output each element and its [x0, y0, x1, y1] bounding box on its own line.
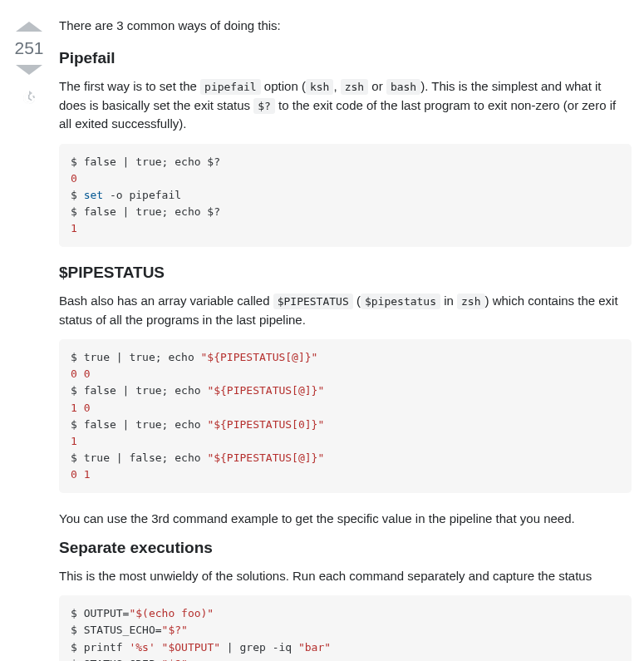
heading-pipefail: Pipefail — [59, 49, 632, 67]
code-string: "${PIPESTATUS[@]}" — [207, 384, 324, 397]
code-line: $ false | true; echo — [71, 384, 207, 397]
code-string: "${PIPESTATUS[@]}" — [207, 451, 324, 464]
code-line: $ true | true; echo — [71, 351, 201, 363]
code-string: '%s' — [129, 641, 155, 654]
code-string: "$(echo foo)" — [129, 607, 214, 619]
code-line: | grep -iq — [220, 641, 298, 654]
code-inline: pipefail — [200, 79, 261, 95]
code-string: "$OUTPUT" — [162, 641, 220, 654]
heading-pipestatus: $PIPESTATUS — [59, 264, 632, 282]
code-string: "${PIPESTATUS[@]}" — [201, 351, 318, 363]
text: The first way is to set the — [59, 79, 200, 93]
code-line: 1 — [71, 222, 77, 234]
answer-body: There are 3 common ways of doing this: P… — [59, 17, 632, 661]
code-line: 0 0 — [71, 367, 90, 380]
code-line: $ printf — [71, 641, 129, 654]
code-line: $ false | true; echo — [71, 418, 207, 431]
code-inline: bash — [386, 79, 420, 95]
upvote-button[interactable] — [16, 22, 42, 32]
code-line: 1 — [71, 435, 77, 447]
code-inline: $? — [253, 98, 275, 114]
text: or — [368, 79, 386, 93]
code-line: 0 — [71, 172, 77, 185]
answer-container: 251 There are 3 common ways of doing thi… — [12, 17, 632, 661]
code-line: $ STATUS_GREP= — [71, 658, 162, 661]
code-line — [155, 641, 162, 654]
text: option ( — [261, 79, 306, 93]
intro-text: There are 3 common ways of doing this: — [59, 17, 632, 34]
code-string: "bar" — [298, 641, 331, 654]
pipestatus-paragraph: Bash also has an array variable called $… — [59, 292, 632, 329]
code-block-pipestatus: $ true | true; echo "${PIPESTATUS[@]}" 0… — [59, 339, 632, 493]
code-line: $ false | true; echo $? — [71, 155, 220, 168]
text: Bash also has an array variable called — [59, 294, 273, 308]
downvote-button[interactable] — [16, 65, 42, 75]
code-block-pipefail: $ false | true; echo $? 0 $ set -o pipef… — [59, 144, 632, 248]
vote-column: 251 — [12, 17, 46, 106]
history-icon[interactable] — [21, 90, 37, 106]
code-inline: $PIPESTATUS — [273, 294, 353, 309]
code-block-separate: $ OUTPUT="$(echo foo)" $ STATUS_ECHO="$?… — [59, 595, 632, 661]
code-line: 0 1 — [71, 468, 90, 481]
code-line: 1 0 — [71, 402, 90, 414]
code-inline: ksh — [306, 79, 333, 95]
code-line: $ OUTPUT= — [71, 607, 129, 619]
code-keyword: set — [84, 189, 103, 201]
separate-paragraph: This is the most unwieldy of the solutio… — [59, 567, 632, 586]
pipestatus-note: You can use the 3rd command example to g… — [59, 510, 632, 529]
code-inline: zsh — [341, 79, 368, 95]
code-string: "$?" — [162, 624, 188, 636]
text: , — [333, 79, 340, 93]
code-line: -o pipefail — [103, 189, 181, 201]
code-line: $ true | false; echo — [71, 451, 207, 464]
text: ( — [353, 294, 361, 308]
code-string: "$?" — [162, 658, 188, 661]
code-inline: $pipestatus — [361, 294, 440, 309]
code-line: $ — [71, 189, 84, 201]
code-string: "${PIPESTATUS[0]}" — [207, 418, 324, 431]
code-inline: zsh — [457, 294, 484, 309]
vote-score: 251 — [14, 38, 43, 58]
text: in — [440, 294, 457, 308]
code-line: $ false | true; echo $? — [71, 205, 220, 218]
heading-separate: Separate executions — [59, 539, 632, 557]
pipefail-paragraph: The first way is to set the pipefail opt… — [59, 77, 632, 134]
code-line: $ STATUS_ECHO= — [71, 624, 162, 636]
